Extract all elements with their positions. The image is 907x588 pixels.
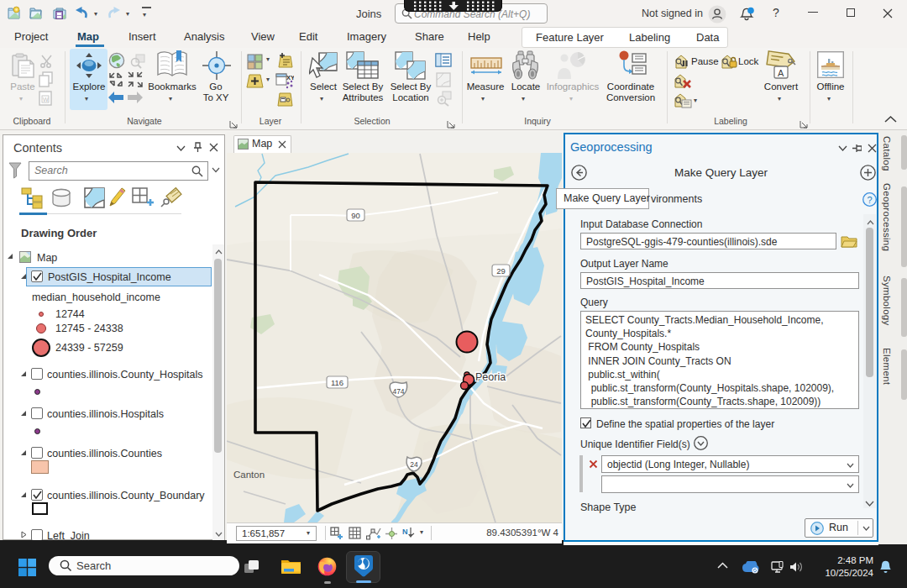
svg-text:116: 116 [331, 378, 343, 387]
svg-text:29: 29 [496, 266, 506, 276]
svg-text:?: ? [868, 195, 873, 205]
svg-text:A: A [778, 68, 784, 78]
svg-text:474: 474 [392, 387, 404, 396]
svg-text:90: 90 [351, 211, 360, 220]
svg-text:XY: XY [286, 74, 294, 81]
svg-text:Peoria: Peoria [475, 371, 506, 383]
svg-text:24: 24 [410, 460, 418, 469]
svg-text:Canton: Canton [233, 470, 265, 480]
svg-text:N: N [402, 528, 408, 536]
svg-text:W: W [43, 97, 49, 102]
